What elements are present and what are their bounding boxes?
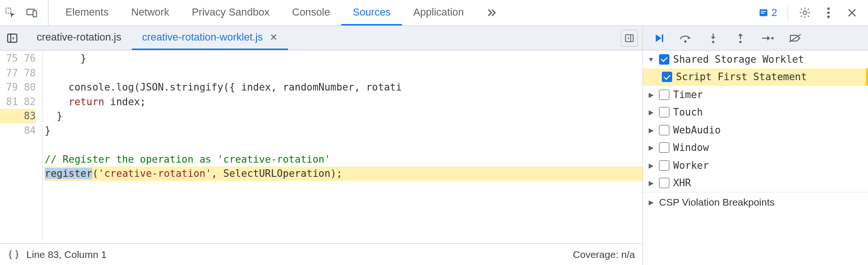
bp-category-touch[interactable]: ▶ Touch <box>643 104 868 122</box>
svg-point-21 <box>772 37 774 39</box>
bp-label: Window <box>673 142 709 153</box>
file-tab-1[interactable]: creative-rotation-worklet.js ✕ <box>132 26 288 50</box>
line-gutter: 75 76 77 78 79 80 81 82 83 84 <box>0 50 42 243</box>
string-literal: 'creative-rotation' <box>98 168 211 179</box>
section-label: CSP Violation Breakpoints <box>659 197 775 208</box>
bp-category-timer[interactable]: ▶ Timer <box>643 86 868 104</box>
device-toggle-icon[interactable] <box>25 6 39 19</box>
resume-icon[interactable] <box>651 31 666 45</box>
bp-label: WebAudio <box>673 124 721 136</box>
svg-point-7 <box>827 8 829 10</box>
file-tabbar: creative-rotation.js creative-rotation-w… <box>0 26 643 50</box>
close-tab-icon[interactable]: ✕ <box>270 32 278 43</box>
file-tab-0[interactable]: creative-rotation.js <box>26 26 132 50</box>
caret-right-icon: ▶ <box>647 126 655 134</box>
bp-label: XHR <box>673 177 691 189</box>
inspect-element-icon[interactable] <box>4 6 17 19</box>
bp-category-window[interactable]: ▶ Window <box>643 139 868 157</box>
hide-debugger-icon[interactable] <box>621 30 638 47</box>
bp-category-xhr[interactable]: ▶ XHR <box>643 174 868 192</box>
panel-tabs: Elements Network Privacy Sandbox Console… <box>54 0 506 25</box>
comment-line: // Register the operation as 'creative-r… <box>45 154 330 165</box>
bp-label: Worker <box>673 160 709 171</box>
tab-network[interactable]: Network <box>120 0 181 25</box>
toolbar-left <box>4 0 48 25</box>
svg-point-6 <box>803 11 807 15</box>
tab-application[interactable]: Application <box>402 0 475 25</box>
checkbox[interactable] <box>659 107 669 117</box>
svg-rect-12 <box>626 34 634 41</box>
more-tabs-button[interactable] <box>475 0 506 25</box>
svg-rect-2 <box>33 11 37 17</box>
svg-rect-4 <box>761 11 766 12</box>
cursor-position: Line 83, Column 1 <box>26 249 106 260</box>
caret-down-icon: ▼ <box>647 56 655 63</box>
svg-point-17 <box>712 41 715 43</box>
close-icon[interactable] <box>845 6 859 19</box>
tab-console[interactable]: Console <box>281 0 342 25</box>
coverage-label: Coverage: n/a <box>573 249 635 260</box>
svg-rect-5 <box>761 13 764 14</box>
caret-right-icon: ▶ <box>647 162 655 169</box>
debug-toolbar <box>643 26 868 50</box>
file-tab-1-label: creative-rotation-worklet.js <box>142 31 263 43</box>
breakpoint-list: ▼ Shared Storage Worklet Script First St… <box>643 50 868 265</box>
bp-category-worker[interactable]: ▶ Worker <box>643 157 868 174</box>
bp-label: Shared Storage Worklet <box>673 54 804 65</box>
checkbox[interactable] <box>659 54 669 65</box>
step-over-icon[interactable] <box>679 31 693 45</box>
settings-icon[interactable] <box>798 6 812 19</box>
caret-right-icon: ▶ <box>647 144 655 151</box>
checkbox[interactable] <box>659 142 669 153</box>
code-area[interactable]: } console.log(JSON.stringify({ index, ra… <box>42 50 643 243</box>
bp-category-webaudio[interactable]: ▶ WebAudio <box>643 121 868 139</box>
caret-right-icon: ▶ <box>647 179 655 187</box>
bp-label: Script First Statement <box>676 71 807 83</box>
main-area: creative-rotation.js creative-rotation-w… <box>0 26 868 265</box>
caret-right-icon: ▶ <box>647 199 655 206</box>
section-csp-violation[interactable]: ▶ CSP Violation Breakpoints <box>643 192 868 212</box>
svg-point-8 <box>827 11 829 14</box>
code-rest: , SelectURLOperation); <box>211 168 342 179</box>
bp-item-script-first-statement[interactable]: Script First Statement <box>643 68 868 86</box>
bp-label: Touch <box>673 107 703 118</box>
svg-point-9 <box>827 16 829 18</box>
tab-elements[interactable]: Elements <box>54 0 120 25</box>
bp-category-shared-storage[interactable]: ▼ Shared Storage Worklet <box>643 50 868 68</box>
svg-rect-10 <box>8 34 17 42</box>
checkbox[interactable] <box>659 125 669 135</box>
svg-rect-14 <box>662 34 663 42</box>
editor-statusbar: Line 83, Column 1 Coverage: n/a <box>0 243 643 265</box>
step-into-icon[interactable] <box>706 31 720 45</box>
tab-sources[interactable]: Sources <box>341 0 402 25</box>
main-toolbar: Elements Network Privacy Sandbox Console… <box>0 0 868 26</box>
caret-right-icon: ▶ <box>647 108 655 116</box>
svg-rect-0 <box>6 8 11 13</box>
divider <box>788 5 788 20</box>
caret-right-icon: ▶ <box>647 91 655 99</box>
kebab-menu-icon[interactable] <box>822 6 835 19</box>
svg-point-15 <box>684 40 687 42</box>
code-editor[interactable]: 75 76 77 78 79 80 81 82 83 84 } console.… <box>0 50 643 243</box>
tab-privacy-sandbox[interactable]: Privacy Sandbox <box>180 0 281 25</box>
checkbox[interactable] <box>662 72 672 82</box>
issues-badge[interactable]: 2 <box>758 7 777 19</box>
step-icon[interactable] <box>761 31 775 45</box>
checkbox[interactable] <box>659 160 669 171</box>
keyword-return: return <box>69 96 104 108</box>
toolbar-right: 2 <box>758 5 864 20</box>
svg-point-19 <box>739 41 742 43</box>
debugger-pane: ▼ Shared Storage Worklet Script First St… <box>643 26 868 265</box>
selected-token: register <box>45 168 92 179</box>
pretty-print-icon[interactable] <box>8 248 20 261</box>
editor-pane: creative-rotation.js creative-rotation-w… <box>0 26 643 265</box>
checkbox[interactable] <box>659 90 669 100</box>
step-out-icon[interactable] <box>733 31 747 45</box>
navigator-toggle-icon[interactable] <box>5 31 20 46</box>
issues-count: 2 <box>772 7 777 19</box>
bp-label: Timer <box>673 89 703 100</box>
checkbox[interactable] <box>659 178 669 188</box>
deactivate-breakpoints-icon[interactable] <box>788 31 802 45</box>
